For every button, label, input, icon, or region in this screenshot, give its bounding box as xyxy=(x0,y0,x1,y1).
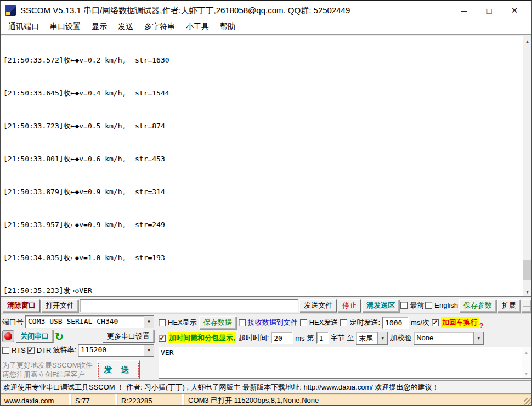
clear-send-button[interactable]: 清发送区 xyxy=(362,299,399,312)
hex-send-checkbox[interactable]: HEX发送 xyxy=(300,318,338,328)
resize-grip[interactable] xyxy=(524,398,532,406)
port-value: COM3 USB-SERIAL CH340 xyxy=(26,316,144,328)
log-line: [21:50:33.957]收←◆v=0.9 km/h, str=249 xyxy=(3,221,520,229)
chevron-down-icon[interactable]: ▼ xyxy=(377,332,387,344)
menu-send[interactable]: 发送 xyxy=(114,20,138,33)
status-cell-sent-count: S:77 xyxy=(71,394,115,406)
checksum-label: 加校验 xyxy=(390,333,411,343)
interval-input[interactable] xyxy=(382,317,409,329)
checkbox-box[interactable] xyxy=(239,319,246,326)
timestamp-split-checkbox[interactable]: ✓ 加时间戳和分包显示, xyxy=(159,332,236,343)
hex-display-label: HEX显示 xyxy=(168,318,197,328)
scroll-down-icon[interactable]: ▾ xyxy=(523,287,532,296)
english-label: English xyxy=(434,301,458,309)
title-bar: SSCOM V5.13.1 串口/网络数据调试器,作者:大虾丁丁,2618058… xyxy=(1,1,531,20)
byte-to-select[interactable]: 末尾 ▼ xyxy=(356,332,388,345)
log-line: [21:50:33.645]收←◆v=0.4 km/h, str=1544 xyxy=(3,89,520,97)
extend-button[interactable]: 扩展 xyxy=(497,299,520,312)
add-crlf-label: 加回车换行 xyxy=(441,317,479,328)
checkbox-box[interactable] xyxy=(159,319,166,326)
open-file-button[interactable]: 打开文件 xyxy=(41,299,78,312)
port-select[interactable]: COM3 USB-SERIAL CH340 ▼ xyxy=(25,315,154,328)
port-open-led-indicator xyxy=(2,330,14,342)
status-bar: www.daxia.com S:77 R:223285 COM3 已打开 115… xyxy=(1,394,532,406)
recv-to-file-label: 接收数据到文件 xyxy=(248,318,298,328)
checksum-select[interactable]: None ▼ xyxy=(414,332,484,345)
timed-send-checkbox[interactable]: 定时发送: xyxy=(340,318,380,328)
log-line: [21:50:33.879]收←◆v=0.9 km/h, str=314 xyxy=(3,188,520,196)
minimize-button[interactable]: ─ xyxy=(451,2,477,19)
clear-window-button[interactable]: 清除窗口 xyxy=(3,299,40,312)
close-button[interactable]: ✕ xyxy=(502,2,527,19)
receive-log[interactable]: [21:50:33.572]收←◆v=0.2 km/h, str=1630 [2… xyxy=(1,36,523,296)
timeout-label: 超时时间: xyxy=(239,333,269,343)
file-path-input[interactable] xyxy=(80,299,298,312)
log-line: [21:50:33.572]收←◆v=0.2 km/h, str=1630 xyxy=(3,56,520,64)
checksum-value: None xyxy=(414,332,473,344)
send-textarea[interactable]: VER xyxy=(159,347,522,378)
log-line: [21:50:34.035]收←◆v=1.0 km/h, str=193 xyxy=(3,253,520,262)
topmost-label: 最前 xyxy=(410,301,424,311)
help-question-icon[interactable]: ? xyxy=(479,322,483,330)
send-file-button[interactable]: 发送文件 xyxy=(299,299,337,312)
control-panel: 清除窗口 打开文件 发送文件 停止 清发送区 最前 English 保存参数 扩… xyxy=(1,297,532,380)
checkbox-box[interactable]: ✓ xyxy=(432,319,439,326)
receive-area: [21:50:33.572]收←◆v=0.2 km/h, str=1630 [2… xyxy=(1,36,532,297)
rts-label: RTS xyxy=(12,346,26,354)
terminal-scrollbar[interactable]: ▴ ▾ xyxy=(523,36,532,296)
interval-unit-label: ms/次 xyxy=(411,318,429,328)
window-title: SSCOM V5.13.1 串口/网络数据调试器,作者:大虾丁丁,2618058… xyxy=(20,5,350,16)
checkbox-box[interactable]: ✓ xyxy=(159,335,166,342)
menu-tools[interactable]: 小工具 xyxy=(182,20,213,33)
scroll-up-icon[interactable]: ▴ xyxy=(522,347,531,357)
menu-multi-string[interactable]: 多字符串 xyxy=(140,20,179,33)
checkbox-box[interactable] xyxy=(425,302,432,309)
byte-from-input[interactable] xyxy=(316,332,329,344)
recv-to-file-checkbox[interactable]: 接收数据到文件 xyxy=(239,318,298,328)
menu-comm-port[interactable]: 通讯端口 xyxy=(4,20,43,33)
collapse-panel-button[interactable]: — xyxy=(522,299,531,312)
checkbox-box[interactable] xyxy=(340,319,347,326)
maximize-button[interactable]: □ xyxy=(477,2,502,19)
timeout-input[interactable] xyxy=(271,332,293,344)
baud-select[interactable]: 115200 ▼ xyxy=(78,344,154,357)
menu-help[interactable]: 帮助 xyxy=(216,20,240,33)
byte-to-label: 字节 至 xyxy=(331,333,354,343)
send-button[interactable]: 发 送 xyxy=(97,360,140,379)
port-label: 端口号 xyxy=(2,317,24,327)
hex-display-checkbox[interactable]: HEX显示 xyxy=(159,318,197,328)
menu-serial-settings[interactable]: 串口设置 xyxy=(46,20,85,33)
dtr-checkbox[interactable]: ✓ DTR xyxy=(27,346,52,354)
checkbox-box[interactable] xyxy=(300,319,307,326)
rts-checkbox[interactable]: RTS xyxy=(2,346,26,354)
refresh-ports-icon[interactable]: ↻ xyxy=(55,331,64,342)
scrollbar-thumb[interactable] xyxy=(523,260,531,280)
baud-value: 115200 xyxy=(78,345,144,356)
english-checkbox[interactable]: English xyxy=(425,301,458,309)
chevron-down-icon[interactable]: ▼ xyxy=(144,345,154,356)
hex-send-label: HEX发送 xyxy=(309,318,338,328)
checkbox-box[interactable]: ✓ xyxy=(27,347,35,354)
timed-send-label: 定时发送: xyxy=(349,318,380,328)
menu-display[interactable]: 显示 xyxy=(87,20,111,33)
status-cell-website[interactable]: www.daxia.com xyxy=(1,394,69,406)
checkbox-box[interactable] xyxy=(2,347,9,354)
info-bar-text: 欢迎使用专业串口调试工具SSCOM ！ 作者: 习小猛(丁丁) , 大虾电子网版… xyxy=(3,382,439,392)
more-serial-settings-button[interactable]: 更多串口设置 xyxy=(103,330,154,343)
status-cell-received-count: R:223285 xyxy=(117,394,182,406)
checkbox-box[interactable] xyxy=(400,302,408,309)
scroll-up-icon[interactable]: ▴ xyxy=(523,36,532,46)
chevron-down-icon[interactable]: ▼ xyxy=(144,316,154,328)
scroll-down-icon[interactable]: ▾ xyxy=(522,369,531,378)
status-cell-port-status: COM3 已打开 115200bps,8,1,None,None xyxy=(184,394,532,406)
add-crlf-checkbox[interactable]: ✓ 加回车换行 xyxy=(432,317,479,328)
chevron-down-icon[interactable]: ▼ xyxy=(473,332,483,344)
topmost-checkbox[interactable]: 最前 xyxy=(400,301,424,311)
log-line: [21:50:33.723]收←◆v=0.5 km/h, str=874 xyxy=(3,122,520,130)
save-params-button[interactable]: 保存参数 xyxy=(459,299,496,312)
stop-button[interactable]: 停止 xyxy=(338,299,361,312)
info-bar: 欢迎使用专业串口调试工具SSCOM ！ 作者: 习小猛(丁丁) , 大虾电子网版… xyxy=(1,380,532,394)
close-port-button[interactable]: 关闭串口 xyxy=(16,330,53,343)
save-data-button[interactable]: 保存数据 xyxy=(199,316,236,329)
send-area-scrollbar[interactable]: ▴ ▾ xyxy=(522,347,531,378)
